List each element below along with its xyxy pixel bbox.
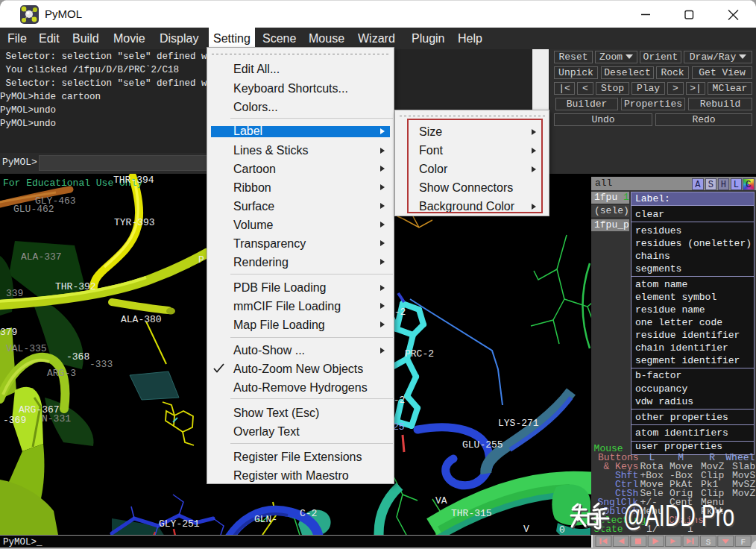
svg-text:PRC-2: PRC-2: [405, 348, 434, 360]
svg-text:THR-315: THR-315: [451, 508, 492, 519]
svg-text:C-2: C-2: [300, 508, 317, 519]
svg-text:N-331: N-331: [42, 413, 71, 424]
svg-text:THR-392: THR-392: [55, 281, 96, 292]
svg-text:ALA-337: ALA-337: [21, 251, 62, 263]
svg-text:LYS-271: LYS-271: [498, 418, 539, 429]
svg-text:S: S: [706, 538, 711, 547]
svg-text:THR-394: THR-394: [113, 175, 154, 186]
svg-text:ARG-3: ARG-3: [47, 368, 76, 379]
svg-text:VAL-335: VAL-335: [6, 343, 47, 354]
svg-text:@AIDD Pro: @AIDD Pro: [623, 499, 734, 532]
svg-text:GLN-: GLN-: [254, 514, 277, 525]
svg-text:379: 379: [0, 327, 17, 338]
svg-text:-368: -368: [66, 351, 89, 363]
svg-text:339: 339: [6, 288, 23, 299]
svg-text:GLU-255: GLU-255: [462, 439, 503, 451]
svg-text:VA: VA: [435, 495, 447, 506]
svg-text:V: V: [523, 524, 529, 535]
svg-text:-333: -333: [89, 359, 113, 370]
svg-text:25: 25: [393, 421, 405, 433]
svg-text:ALA-380: ALA-380: [121, 314, 162, 325]
svg-text:GLU-462: GLU-462: [13, 204, 54, 215]
svg-text:GLY-251: GLY-251: [159, 518, 200, 530]
svg-text:P: P: [198, 254, 204, 266]
svg-text:F: F: [740, 538, 746, 547]
svg-text:-369: -369: [3, 415, 26, 426]
svg-text:TYR-393: TYR-393: [114, 217, 155, 228]
